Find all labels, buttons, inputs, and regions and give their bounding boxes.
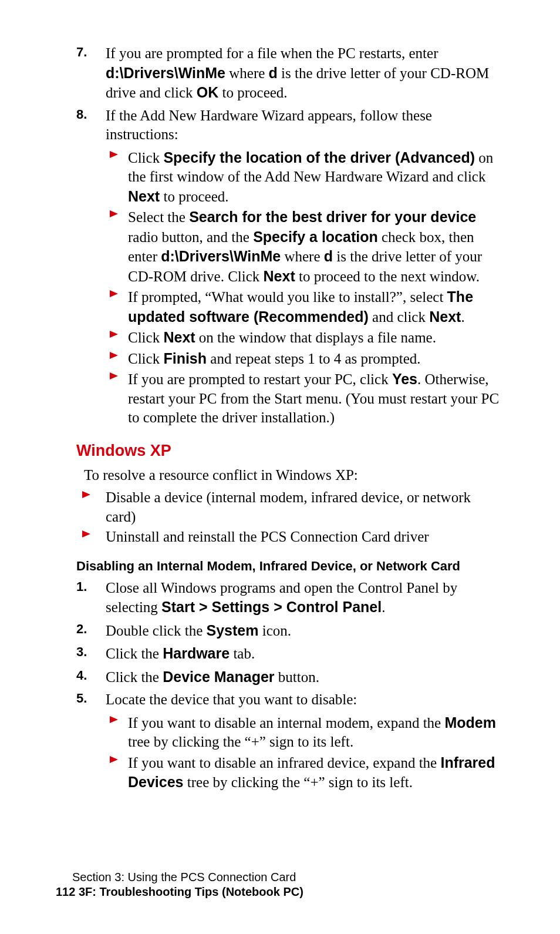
footer-page: 112 3F: Troubleshooting Tips (Notebook P… <box>56 885 303 899</box>
arrow-icon <box>82 491 90 498</box>
bold-text: Device Manager <box>163 668 274 685</box>
bold-text: Next <box>128 188 160 204</box>
text: Select the <box>128 209 189 225</box>
bold-text: OK <box>197 84 219 100</box>
text: on the window that displays a file name. <box>195 330 436 345</box>
text: If you want to disable an internal modem… <box>128 715 444 731</box>
text: and repeat steps 1 to 4 as prompted. <box>207 351 421 367</box>
sub-bullet: If prompted, “What would you like to ins… <box>56 287 504 327</box>
sub-bullet: Click Specify the location of the driver… <box>56 148 504 207</box>
step-number: 2. <box>76 621 87 638</box>
text: to proceed. <box>218 85 287 100</box>
arrow-icon <box>110 756 118 763</box>
arrow-icon <box>110 290 118 297</box>
bold-text: Specify the location of the driver (Adva… <box>163 149 475 166</box>
svg-marker-7 <box>82 530 90 537</box>
text: If you are prompted for a file when the … <box>106 45 438 61</box>
text: Double click the <box>106 623 206 639</box>
footer-section: Section 3: Using the PCS Connection Card <box>72 871 303 884</box>
text: If prompted, “What would you like to ins… <box>128 289 447 305</box>
step-2: 2. Double click the System icon. <box>56 621 504 641</box>
step-3: 3. Click the Hardware tab. <box>56 644 504 664</box>
step-5: 5. Locate the device that you want to di… <box>56 690 504 710</box>
text: . <box>382 599 385 615</box>
svg-marker-0 <box>110 151 118 158</box>
bold-text: Finish <box>163 350 207 367</box>
text: to proceed to the next window. <box>295 268 480 284</box>
text: Locate the device that you want to disab… <box>106 691 357 707</box>
bold-text: Yes <box>392 371 417 387</box>
text: tree by clicking the “+” sign to its lef… <box>184 774 413 790</box>
heading-disabling: Disabling an Internal Modem, Infrared De… <box>56 559 504 574</box>
arrow-icon <box>110 210 118 217</box>
text: Click the <box>106 646 163 661</box>
sub-bullet: If you want to disable an infrared devic… <box>56 753 504 792</box>
bold-text: Modem <box>444 714 496 731</box>
text: and click <box>369 309 429 325</box>
step-number: 7. <box>76 44 87 61</box>
step-number: 3. <box>76 644 87 661</box>
svg-marker-4 <box>110 352 118 359</box>
bold-text: d <box>269 65 278 81</box>
sub-bullet: If you are prompted to restart your PC, … <box>56 369 504 428</box>
arrow-icon <box>110 716 118 723</box>
arrow-icon <box>110 151 118 158</box>
text: Click the <box>106 669 163 685</box>
sub-bullet: Select the Search for the best driver fo… <box>56 207 504 286</box>
text: radio button, and the <box>128 229 253 245</box>
text: Disable a device (internal modem, infrar… <box>106 489 471 525</box>
arrow-icon <box>110 331 118 338</box>
sub-bullet: If you want to disable an internal modem… <box>56 713 504 752</box>
text: Uninstall and reinstall the PCS Connecti… <box>106 529 429 545</box>
svg-marker-8 <box>110 716 118 723</box>
arrow-icon <box>110 352 118 359</box>
text: If you are prompted to restart your PC, … <box>128 371 392 387</box>
paragraph: To resolve a resource conflict in Window… <box>56 466 504 485</box>
svg-marker-2 <box>110 290 118 297</box>
bold-text: System <box>206 622 258 639</box>
bold-text: d:\Drivers\WinMe <box>161 248 281 264</box>
step-number: 8. <box>76 106 87 123</box>
text: where <box>281 248 324 264</box>
step-number: 5. <box>76 690 87 707</box>
bullet: Disable a device (internal modem, infrar… <box>56 488 504 526</box>
svg-marker-6 <box>82 491 90 498</box>
bold-text: Next <box>264 268 295 284</box>
bold-text: Hardware <box>163 645 230 661</box>
text: Click <box>128 351 163 367</box>
text: Click <box>128 150 163 166</box>
text: to proceed. <box>160 189 228 204</box>
svg-marker-3 <box>110 331 118 338</box>
sub-bullet: Click Next on the window that displays a… <box>56 328 504 348</box>
step-4: 4. Click the Device Manager button. <box>56 667 504 687</box>
bold-text: Specify a location <box>253 229 378 245</box>
svg-marker-5 <box>110 372 118 379</box>
step-number: 1. <box>76 579 87 596</box>
text: where <box>225 65 269 81</box>
bold-text: Next <box>163 329 195 345</box>
step-1: 1. Close all Windows programs and open t… <box>56 579 504 617</box>
bullet: Uninstall and reinstall the PCS Connecti… <box>56 528 504 547</box>
bold-text: d <box>324 248 333 264</box>
bold-text: Start > Settings > Control Panel <box>161 599 382 615</box>
arrow-icon <box>110 372 118 379</box>
step-number: 4. <box>76 667 87 684</box>
arrow-icon <box>82 530 90 537</box>
text: If you want to disable an infrared devic… <box>128 755 440 771</box>
text: Click <box>128 330 163 345</box>
svg-marker-1 <box>110 210 118 217</box>
text: . <box>461 309 464 325</box>
document-page: 7. If you are prompted for a file when t… <box>0 0 560 934</box>
text: If the Add New Hardware Wizard appears, … <box>106 107 432 143</box>
sub-bullet: Click Finish and repeat steps 1 to 4 as … <box>56 349 504 369</box>
text: button. <box>275 669 319 685</box>
text: icon. <box>258 623 291 639</box>
bold-text: d:\Drivers\WinMe <box>106 65 225 81</box>
svg-marker-9 <box>110 756 118 763</box>
bold-text: Next <box>429 308 461 325</box>
page-footer: Section 3: Using the PCS Connection Card… <box>56 871 303 899</box>
step-8: 8. If the Add New Hardware Wizard appear… <box>56 106 504 145</box>
text: tab. <box>230 646 255 661</box>
step-7: 7. If you are prompted for a file when t… <box>56 44 504 103</box>
bold-text: Search for the best driver for your devi… <box>189 209 476 225</box>
